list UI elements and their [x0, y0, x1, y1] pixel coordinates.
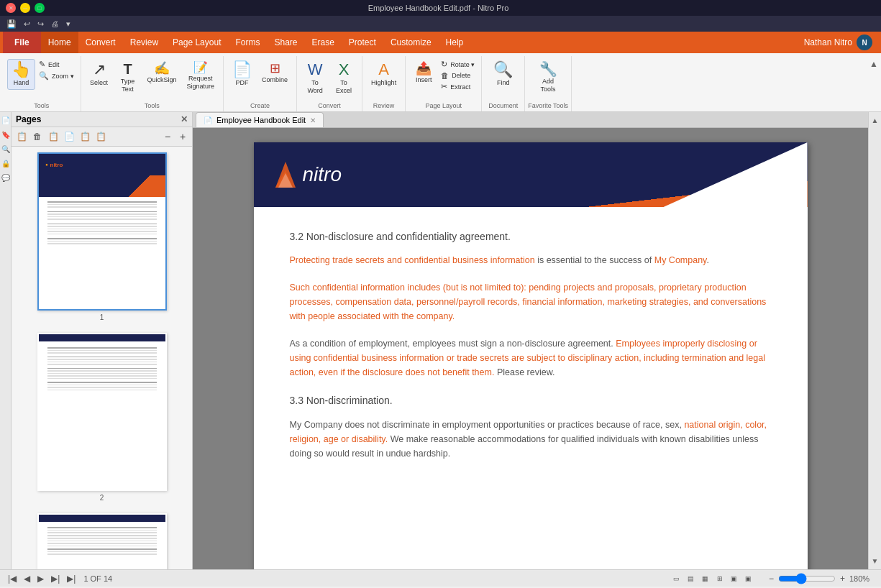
thumb-label-2: 2 [100, 494, 104, 502]
menu-review[interactable]: Review [123, 32, 165, 53]
ribbon-edit-button[interactable]: ✎ Edit [37, 59, 76, 70]
ribbon-extract-button[interactable]: ✂ Extract [439, 81, 477, 92]
ribbon-rotate-button[interactable]: ↻ Rotate ▾ [439, 59, 477, 70]
pages-close-button[interactable]: ✕ [181, 114, 188, 124]
zoom-in-button[interactable]: + [838, 573, 847, 584]
scroll-up-arrow[interactable]: ▲ [870, 115, 880, 126]
sidebar-comment-icon[interactable]: 💬 [1, 173, 11, 183]
ribbon: 👆 Hand ✎ Edit 🔍 Zoom ▾ Tools ↗ Select T [0, 53, 881, 112]
total-pages: 14 [104, 574, 112, 583]
ribbon-to-word-button[interactable]: W ToWord [301, 59, 329, 98]
zoom-out-button[interactable]: − [767, 573, 776, 584]
ribbon-quicksign-button[interactable]: ✍ QuickSign [143, 59, 181, 87]
zoom-slider[interactable] [778, 573, 836, 584]
menu-page-layout[interactable]: Page Layout [165, 32, 228, 53]
pdf-para3-text: As a condition of employment, employees … [290, 339, 616, 349]
view-facing-btn[interactable]: ▦ [699, 573, 712, 584]
pdf-banner: nitro [254, 142, 808, 207]
view-grid-btn[interactable]: ⊞ [713, 573, 726, 584]
view-buttons: ▭ ▤ ▦ ⊞ ▣ ▣ [670, 573, 755, 584]
ribbon-combine-button[interactable]: ⊞ Combine [257, 59, 292, 87]
page-controls: |◀ ◀ ▶ ▶| ▶| 1 OF 14 [6, 573, 112, 584]
menu-help[interactable]: Help [439, 32, 471, 53]
ribbon-select-button[interactable]: ↗ Select [86, 59, 113, 90]
qt-save-btn[interactable]: 💾 [4, 19, 19, 29]
pages-insert-btn[interactable]: 📋 [93, 129, 108, 144]
menu-convert[interactable]: Convert [78, 32, 123, 53]
pdf-para4-myco: My Company does not discriminate in empl… [290, 420, 685, 430]
menu-home[interactable]: Home [41, 32, 78, 53]
first-page-button[interactable]: |◀ [6, 573, 19, 584]
ribbon-request-signature-button[interactable]: 📝 RequestSignature [183, 59, 219, 93]
pages-delete-btn[interactable]: 🗑 [30, 129, 45, 144]
maximize-button[interactable]: □ [35, 3, 45, 13]
qt-redo-btn[interactable]: ↪ [35, 19, 46, 29]
sidebar-pages-icon[interactable]: 📄 [1, 115, 11, 125]
menu-customize[interactable]: Customize [383, 32, 439, 53]
thumb-image-1: 🔸nitro [37, 152, 167, 311]
next-page-button[interactable]: ▶| [49, 573, 62, 584]
ribbon-zoom-button[interactable]: 🔍 Zoom ▾ [37, 70, 76, 81]
close-button[interactable]: ✕ [6, 3, 16, 13]
pdf-para1-mycompany: My Company [654, 255, 707, 265]
pages-zoom-out[interactable]: − [161, 130, 174, 143]
doc-tab-1[interactable]: 📄 Employee Handbook Edit ✕ [196, 112, 324, 127]
ribbon-find-button[interactable]: 🔍 Find [489, 59, 517, 90]
ribbon-insert-button[interactable]: 📤 Insert [410, 59, 437, 87]
scroll-down-arrow[interactable]: ▼ [870, 556, 880, 566]
page-thumb-1[interactable]: 🔸nitro [37, 152, 167, 321]
tab-close-button[interactable]: ✕ [310, 116, 316, 124]
ribbon-group-tools: 👆 Hand ✎ Edit 🔍 Zoom ▾ Tools [3, 56, 81, 111]
last-page-button[interactable]: ▶| [65, 573, 78, 584]
ribbon-hand-button[interactable]: 👆 Hand [7, 59, 35, 90]
ribbon-typetext-button[interactable]: T TypeText [114, 59, 142, 96]
pages-extract-btn[interactable]: 📄 [62, 129, 76, 144]
qt-print-btn[interactable]: 🖨 [49, 19, 61, 29]
pages-scroll-area[interactable]: 🔸nitro [12, 147, 192, 569]
pdf-viewport[interactable]: nitro 3.2 Non-disclosure and confidentia… [193, 128, 868, 569]
sidebar-security-icon[interactable]: 🔒 [1, 158, 11, 168]
minimize-button[interactable]: ─ [20, 3, 30, 13]
ribbon-highlight-button[interactable]: A Highlight [367, 59, 401, 90]
ribbon-group-favorite: 🔧 AddTools Favorite Tools [525, 56, 572, 111]
pages-paste-btn[interactable]: 📋 [78, 129, 92, 144]
pdf-para3: As a condition of employment, employees … [290, 336, 772, 380]
ribbon-tools-label: Tools [6, 102, 78, 111]
qt-undo-btn[interactable]: ↩ [22, 19, 32, 29]
prev-page-button[interactable]: ◀ [22, 573, 32, 584]
menu-file[interactable]: File [3, 32, 41, 53]
user-avatar[interactable]: N [857, 35, 872, 50]
sidebar-search-icon[interactable]: 🔍 [1, 144, 11, 154]
view-single-btn[interactable]: ▭ [670, 573, 683, 584]
view-fullscreen-btn[interactable]: ▣ [728, 573, 741, 584]
status-bar: |◀ ◀ ▶ ▶| ▶| 1 OF 14 ▭ ▤ ▦ ⊞ ▣ ▣ − + 180… [0, 569, 881, 587]
pdf-para1-text1: Protecting trade secrets and confidentia… [290, 255, 535, 265]
play-button[interactable]: ▶ [35, 573, 46, 584]
pages-copy-btn[interactable]: 📋 [46, 129, 60, 144]
pdf-para2-text: Such confidential information includes (… [290, 282, 767, 321]
qt-more-btn[interactable]: ▾ [64, 19, 73, 29]
pages-panel: Pages ✕ 📋 🗑 📋 📄 📋 📋 − + 🔸nitro [12, 112, 193, 569]
pdf-para1-end: . [706, 255, 708, 265]
page-thumb-3[interactable]: 3 [37, 513, 167, 569]
ribbon-group-select: ↗ Select T TypeText ✍ QuickSign 📝 Reques… [81, 56, 224, 111]
nitro-logo-icon [271, 160, 300, 189]
ribbon-delete-button[interactable]: 🗑 Delete [439, 70, 477, 81]
pages-add-btn[interactable]: 📋 [14, 129, 29, 144]
sidebar-bookmarks-icon[interactable]: 🔖 [1, 129, 11, 139]
menu-protect[interactable]: Protect [342, 32, 383, 53]
ribbon-collapse-button[interactable]: ▲ [867, 56, 881, 72]
ribbon-to-excel-button[interactable]: X ToExcel [330, 59, 357, 98]
ribbon-pdf-button[interactable]: 📄 PDF [228, 59, 256, 90]
menu-forms[interactable]: Forms [228, 32, 267, 53]
ribbon-add-tools-button[interactable]: 🔧 AddTools [534, 59, 562, 96]
view-continuous-btn[interactable]: ▤ [685, 573, 698, 584]
menu-share[interactable]: Share [267, 32, 304, 53]
pages-zoom-in[interactable]: + [176, 130, 189, 143]
page-thumb-2[interactable]: 2 [37, 333, 167, 502]
ribbon-group-create: 📄 PDF ⊞ Combine Create [224, 56, 297, 111]
page-sep: OF [91, 574, 104, 583]
view-reading-btn[interactable]: ▣ [742, 573, 755, 584]
ribbon-group-document: 🔍 Find Document [482, 56, 525, 111]
menu-erase[interactable]: Erase [305, 32, 342, 53]
